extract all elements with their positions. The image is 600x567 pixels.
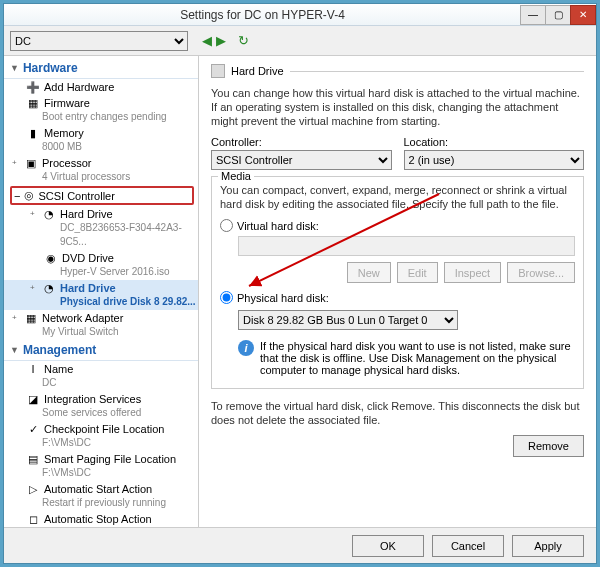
- titlebar: Settings for DC on HYPER-V-4 — ▢ ✕: [4, 4, 596, 26]
- expand-icon[interactable]: +: [12, 156, 20, 170]
- sidebar-item-integration-services[interactable]: ◪Integration Services Some services offe…: [4, 391, 198, 421]
- close-button[interactable]: ✕: [570, 5, 596, 25]
- ok-button[interactable]: OK: [352, 535, 424, 557]
- browse-button[interactable]: Browse...: [507, 262, 575, 283]
- scsi-icon: ◎: [24, 189, 34, 202]
- collapse-icon: ▼: [10, 63, 19, 73]
- expand-icon[interactable]: +: [30, 207, 38, 221]
- sidebar-item-auto-start[interactable]: ▷Automatic Start Action Restart if previ…: [4, 481, 198, 511]
- sidebar-item-smart-paging[interactable]: ▤Smart Paging File Location F:\VMs\DC: [4, 451, 198, 481]
- sidebar-item-memory[interactable]: ▮Memory 8000 MB: [4, 125, 198, 155]
- disk-icon: ◔: [42, 281, 56, 295]
- name-icon: I: [26, 362, 40, 376]
- add-icon: ➕: [26, 80, 40, 94]
- stop-icon: ◻: [26, 512, 40, 526]
- sidebar-item-scsi-controller[interactable]: −◎SCSI Controller: [10, 186, 194, 205]
- sidebar-item-processor[interactable]: +▣Processor 4 Virtual processors: [4, 155, 198, 185]
- location-select[interactable]: 2 (in use): [404, 150, 585, 170]
- media-legend: Media: [218, 170, 254, 182]
- sidebar-item-network-adapter[interactable]: +▦Network Adapter My Virtual Switch: [4, 310, 198, 340]
- remove-description: To remove the virtual hard disk, click R…: [211, 399, 584, 427]
- info-icon: i: [238, 340, 254, 356]
- expand-icon[interactable]: +: [12, 311, 20, 325]
- physical-disk-radio[interactable]: [220, 291, 233, 304]
- sidebar-item-hard-drive-1[interactable]: +◔Hard Drive DC_8B236653-F304-42A3-9C5..…: [4, 206, 198, 250]
- media-description: You can compact, convert, expand, merge,…: [220, 183, 575, 211]
- nav-prev-icon[interactable]: ◀: [202, 33, 212, 48]
- maximize-button[interactable]: ▢: [545, 5, 571, 25]
- toolbar: DC ◀ ▶ ↻: [4, 26, 596, 56]
- content-panel: Hard Drive You can change how this virtu…: [199, 56, 596, 527]
- start-icon: ▷: [26, 482, 40, 496]
- cancel-button[interactable]: Cancel: [432, 535, 504, 557]
- memory-icon: ▮: [26, 126, 40, 140]
- remove-button[interactable]: Remove: [513, 435, 584, 457]
- apply-button[interactable]: Apply: [512, 535, 584, 557]
- virtual-disk-radio[interactable]: [220, 219, 233, 232]
- sidebar-item-auto-stop[interactable]: ◻Automatic Stop Action Save: [4, 511, 198, 527]
- virtual-disk-label: Virtual hard disk:: [237, 220, 319, 232]
- sidebar-item-dvd-drive[interactable]: ◉DVD Drive Hyper-V Server 2016.iso: [4, 250, 198, 280]
- firmware-icon: ▦: [26, 96, 40, 110]
- paging-icon: ▤: [26, 452, 40, 466]
- minimize-button[interactable]: —: [520, 5, 546, 25]
- checkpoint-icon: ✓: [26, 422, 40, 436]
- settings-window: Settings for DC on HYPER-V-4 — ▢ ✕ DC ◀ …: [3, 3, 597, 564]
- new-button[interactable]: New: [347, 262, 391, 283]
- vhd-path-input: [238, 236, 575, 256]
- info-text: If the physical hard disk you want to us…: [260, 340, 575, 376]
- sidebar-item-name[interactable]: IName DC: [4, 361, 198, 391]
- disk-icon: ◔: [42, 207, 56, 221]
- collapse-icon[interactable]: −: [14, 190, 20, 202]
- collapse-icon: ▼: [10, 345, 19, 355]
- hardware-section-header[interactable]: ▼ Hardware: [4, 58, 198, 79]
- sidebar-item-firmware[interactable]: ▦Firmware Boot entry changes pending: [4, 95, 198, 125]
- panel-description: You can change how this virtual hard dis…: [211, 86, 584, 128]
- management-section-header[interactable]: ▼ Management: [4, 340, 198, 361]
- refresh-icon[interactable]: ↻: [238, 33, 249, 48]
- services-icon: ◪: [26, 392, 40, 406]
- physical-disk-label: Physical hard disk:: [237, 292, 329, 304]
- sidebar-item-add-hardware[interactable]: ➕Add Hardware: [4, 79, 198, 95]
- physical-disk-select[interactable]: Disk 8 29.82 GB Bus 0 Lun 0 Target 0: [238, 310, 458, 330]
- window-title: Settings for DC on HYPER-V-4: [4, 8, 521, 22]
- controller-select[interactable]: SCSI Controller: [211, 150, 392, 170]
- location-label: Location:: [404, 136, 585, 148]
- dvd-icon: ◉: [44, 251, 58, 265]
- edit-button[interactable]: Edit: [397, 262, 438, 283]
- sidebar-item-hard-drive-2[interactable]: +◔Hard Drive Physical drive Disk 8 29.82…: [4, 280, 198, 310]
- vm-selector[interactable]: DC: [10, 31, 188, 51]
- inspect-button[interactable]: Inspect: [444, 262, 501, 283]
- expand-icon[interactable]: +: [30, 281, 38, 295]
- hard-drive-icon: [211, 64, 225, 78]
- controller-label: Controller:: [211, 136, 392, 148]
- footer: OK Cancel Apply: [4, 527, 596, 563]
- media-fieldset: Media You can compact, convert, expand, …: [211, 176, 584, 389]
- sidebar: ▼ Hardware ➕Add Hardware ▦Firmware Boot …: [4, 56, 199, 527]
- panel-header: Hard Drive: [211, 64, 584, 78]
- nav-next-icon[interactable]: ▶: [216, 33, 226, 48]
- sidebar-item-checkpoint-location[interactable]: ✓Checkpoint File Location F:\VMs\DC: [4, 421, 198, 451]
- processor-icon: ▣: [24, 156, 38, 170]
- network-icon: ▦: [24, 311, 38, 325]
